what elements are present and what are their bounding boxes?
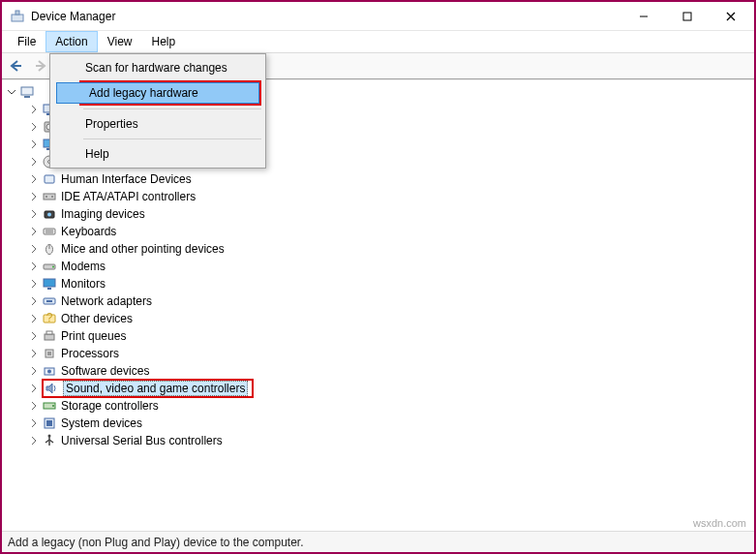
system-icon [42,416,57,431]
minimize-button[interactable] [621,3,665,30]
chevron-right-icon[interactable] [28,435,40,446]
menu-file[interactable]: File [8,31,45,52]
chevron-right-icon[interactable] [28,313,40,324]
tree-node-label: Modems [61,260,106,273]
tree-node-label: Universal Serial Bus controllers [61,434,223,447]
tree-node[interactable]: Print queues [2,327,754,345]
mouse-icon [42,241,57,257]
chevron-right-icon[interactable] [28,191,40,202]
menu-help[interactable]: Help [142,31,186,52]
svg-point-44 [52,405,54,407]
svg-rect-3 [683,13,691,20]
svg-rect-0 [12,15,23,21]
chevron-right-icon[interactable] [28,138,40,150]
menu-separator [83,138,261,139]
svg-rect-18 [45,175,54,183]
svg-rect-31 [44,279,55,287]
menu-add-legacy-hardware[interactable]: Add legacy hardware [56,82,259,104]
chevron-right-icon[interactable] [28,226,40,237]
tree-node-label: Imaging devices [61,207,145,221]
tree-node[interactable]: Modems [2,258,754,275]
window-title: Device Manager [31,10,621,23]
chevron-right-icon[interactable] [28,173,40,185]
tree-node-label: System devices [61,416,142,430]
chevron-right-icon[interactable] [28,208,40,220]
tree-node[interactable]: Keyboards [2,223,754,240]
action-dropdown: Scan for hardware changes Add legacy har… [49,53,266,169]
chevron-right-icon[interactable] [28,383,40,394]
tree-node[interactable]: Storage controllers [2,397,754,415]
tree-node-label: Human Interface Devices [61,172,192,186]
tree-node[interactable]: Human Interface Devices [2,170,754,188]
maximize-button[interactable] [665,3,709,30]
statusbar: Add a legacy (non Plug and Play) device … [2,531,754,552]
menu-action[interactable]: Action [45,31,97,52]
tree-node-label: Storage controllers [61,399,159,413]
tree-node[interactable]: ?Other devices [2,310,754,327]
chevron-right-icon[interactable] [28,295,40,307]
chevron-right-icon[interactable] [28,278,40,290]
svg-rect-8 [21,87,33,95]
chevron-right-icon[interactable] [28,348,40,359]
svg-rect-34 [46,300,52,302]
status-text: Add a legacy (non Plug and Play) device … [8,536,304,549]
chevron-right-icon[interactable] [28,121,40,133]
tree-node-label: Mice and other pointing devices [61,242,225,256]
svg-rect-40 [47,352,51,355]
tree-node[interactable]: Processors [2,345,754,362]
tree-node-label: Network adapters [61,294,152,308]
tree-node-label: Software devices [61,364,149,378]
ide-icon [42,189,57,204]
monitor-icon [42,276,57,292]
menu-separator [83,108,261,109]
chevron-down-icon[interactable] [6,86,17,98]
keyboard-icon [42,224,57,239]
chevron-right-icon[interactable] [28,261,40,272]
svg-point-42 [47,370,51,374]
tree-node[interactable]: Universal Serial Bus controllers [2,432,754,449]
menu-scan-hardware[interactable]: Scan for hardware changes [52,56,263,79]
menu-properties[interactable]: Properties [52,112,263,136]
chevron-right-icon[interactable] [28,365,40,377]
svg-rect-46 [46,420,52,426]
tree-node[interactable]: Imaging devices [2,205,754,223]
menubar: File Action View Help [2,31,754,52]
chevron-right-icon[interactable] [28,156,40,168]
menu-help[interactable]: Help [52,142,263,166]
tree-node[interactable]: Sound, video and game controllers [2,380,754,397]
chevron-right-icon[interactable] [28,330,40,342]
tree-node-label: Print queues [61,329,126,343]
software-icon [42,363,57,379]
sound-icon [44,381,59,396]
chevron-right-icon[interactable] [28,400,40,412]
hid-icon [42,171,57,187]
back-button[interactable] [5,55,28,77]
tree-node-label: Monitors [61,277,106,291]
svg-rect-24 [44,229,55,234]
chevron-right-icon[interactable] [28,104,40,115]
tree-node[interactable]: Network adapters [2,292,754,310]
tree-node-label: Other devices [61,312,133,325]
tree-node[interactable]: Mice and other pointing devices [2,240,754,258]
svg-point-30 [52,266,54,268]
svg-text:?: ? [46,311,53,324]
titlebar: Device Manager [2,2,754,31]
menu-view[interactable]: View [98,31,142,52]
tree-node[interactable]: System devices [2,415,754,432]
svg-rect-32 [47,288,51,290]
svg-rect-19 [44,194,55,200]
svg-rect-1 [15,11,19,15]
network-icon [42,293,57,309]
tree-node[interactable]: Software devices [2,362,754,380]
tree-node[interactable]: Monitors [2,275,754,292]
close-button[interactable] [709,3,752,30]
svg-point-21 [51,196,53,198]
tree-node[interactable]: IDE ATA/ATAPI controllers [2,188,754,205]
chevron-right-icon[interactable] [28,417,40,429]
toolbar: Scan for hardware changes Add legacy har… [2,52,754,79]
chevron-right-icon[interactable] [28,243,40,255]
tree-node-label: Processors [61,347,119,360]
printer-icon [42,328,57,344]
cpu-icon [42,346,57,361]
svg-rect-37 [45,334,54,340]
